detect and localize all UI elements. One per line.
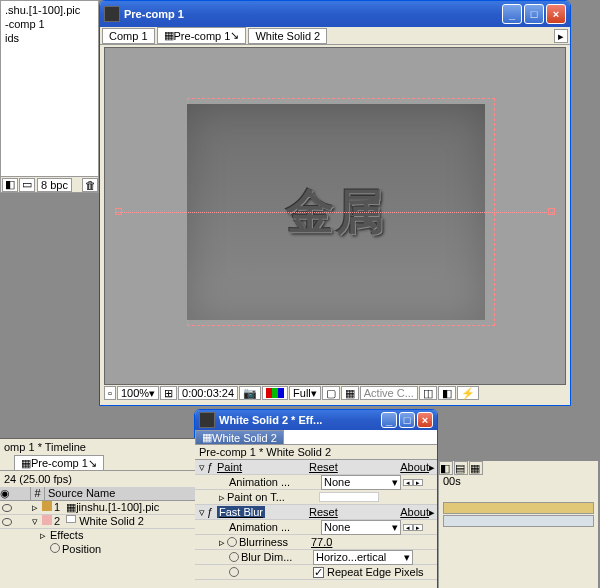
window-title: Pre-comp 1 [124,8,502,20]
expand-icon[interactable]: ▿ [30,515,40,528]
next-button[interactable]: ▸ [413,524,423,531]
expand-icon[interactable]: ▿ [197,506,207,519]
composition-viewport[interactable]: 金属 [104,47,566,385]
project-item[interactable]: -comp 1 [5,17,94,31]
fast-preview-icon[interactable]: ⚡ [457,386,479,400]
blur-dim-dropdown[interactable]: Horizo...ertical▾ [313,550,413,565]
timeline-window: omp 1 * Timeline ▦ Pre-comp 1 ↘ 24 (25.0… [0,438,195,588]
expand-icon[interactable]: ▹ [217,491,227,504]
parent-icon[interactable]: ▦ [469,461,483,475]
time-ruler[interactable]: ◧ ▤ ▦ 00s [439,461,598,501]
horizontal-guide[interactable] [115,212,555,213]
source-name-header[interactable]: Source Name [44,487,195,500]
view-icon[interactable]: ◫ [419,386,437,400]
tab-precomp-1[interactable]: ▦Pre-comp 1 ↘ [157,27,247,44]
effect-name: Paint [217,461,309,473]
stopwatch-icon[interactable] [227,537,237,547]
repeat-edge-row: ✓ Repeat Edge Pixels [195,565,437,580]
prev-button[interactable]: ◂ [403,479,413,486]
layer-number: 2 [54,515,60,528]
effects-tab-white-solid-2[interactable]: ▦ White Solid 2 [195,430,284,444]
fx-icon[interactable]: ƒ [207,506,217,518]
blurriness-row: ▹ Blurriness 77.0 [195,535,437,550]
fx-icon[interactable]: ƒ [207,461,217,473]
reset-link[interactable]: Reset [309,461,399,473]
safe-zones-icon[interactable]: ⊞ [160,386,177,400]
property-label: Position [62,543,101,557]
tab-white-solid-2[interactable]: White Solid 2 [248,28,327,44]
blur-animation-row: Animation ... None▾ ◂▸ [195,520,437,535]
layer-row-2[interactable]: ▿ 2 White Solid 2 [0,515,195,529]
about-link[interactable]: About [400,461,429,473]
trash-icon[interactable]: 🗑 [82,178,98,192]
layer-row-1[interactable]: ▹ 1 ▦ jinshu.[1-100].pic [0,501,195,515]
layer-bar-1[interactable] [443,502,594,514]
effects-sublabel[interactable]: ▹ Effects [0,529,195,543]
camera-dropdown[interactable]: Active C... [360,386,418,400]
expand-icon[interactable]: ▹ [30,501,40,514]
stopwatch-icon[interactable] [229,567,239,577]
eye-icon[interactable] [2,504,12,512]
zoom-dropdown[interactable]: 100% ▾ [117,386,159,400]
next-button[interactable]: ▸ [413,479,423,486]
layer-bar-2[interactable] [443,515,594,527]
options-icon[interactable]: ▸ [429,506,435,519]
about-link[interactable]: About [400,506,429,518]
effects-app-icon [199,412,215,428]
prev-button[interactable]: ◂ [403,524,413,531]
expand-icon[interactable]: ▹ [40,529,50,543]
pixel-aspect-icon[interactable]: ◧ [438,386,456,400]
blurriness-value[interactable]: 77.0 [311,536,401,548]
tabs-overflow-icon[interactable]: ▸ [554,29,568,43]
roi-icon[interactable]: ▢ [322,386,340,400]
tab-comp-1[interactable]: Comp 1 [102,28,155,44]
maximize-button[interactable]: □ [524,4,544,24]
expand-icon[interactable]: ▹ [217,536,227,549]
minimize-button[interactable]: _ [381,412,397,428]
solid-icon [66,515,76,523]
blur-dimensions-row: Blur Dim... Horizo...ertical▾ [195,550,437,565]
effects-titlebar[interactable]: White Solid 2 * Eff... _ □ × [195,410,437,430]
handle-right[interactable] [548,208,555,215]
timeline-tracks: ◧ ▤ ▦ 00s [438,461,598,588]
project-item[interactable]: .shu.[1-100].pic [5,3,94,17]
options-icon[interactable]: ▸ [429,461,435,474]
repeat-edge-checkbox[interactable]: ✓ [313,567,324,578]
timecode-info[interactable]: 24 (25.00 fps) [0,471,195,487]
preview-titlebar[interactable]: Pre-comp 1 _ □ × [100,1,570,27]
effect-paint[interactable]: ▿ ƒ Paint Reset About ▸ [195,460,437,475]
handle-left[interactable] [115,208,122,215]
transparency-icon[interactable]: ▦ [341,386,359,400]
expand-icon[interactable]: ▿ [197,461,207,474]
effects-window: White Solid 2 * Eff... _ □ × ▦ White Sol… [194,409,438,588]
close-button[interactable]: × [417,412,433,428]
interpret-icon[interactable]: ◧ [2,178,18,192]
paint-target[interactable] [319,492,379,502]
effect-fast-blur[interactable]: ▿ ƒ Fast Blur Reset About ▸ [195,505,437,520]
close-button[interactable]: × [546,4,566,24]
maximize-button[interactable]: □ [399,412,415,428]
folder-icon[interactable]: ▭ [19,178,35,192]
eye-icon[interactable] [2,518,12,526]
position-sublabel[interactable]: Position [0,543,195,557]
channels-icon[interactable] [262,386,288,400]
label-color[interactable] [42,515,52,525]
resolution-dropdown[interactable]: Full ▾ [289,386,321,400]
minimize-button[interactable]: _ [502,4,522,24]
animation-dropdown[interactable]: None▾ [321,520,401,535]
bpc-display[interactable]: 8 bpc [37,178,72,192]
label-color[interactable] [42,501,52,511]
effects-body: ▿ ƒ Paint Reset About ▸ Animation ... No… [195,460,437,580]
animation-dropdown[interactable]: None▾ [321,475,401,490]
modes-icon[interactable]: ▤ [454,461,468,475]
project-item[interactable]: ids [5,31,94,45]
timeline-tab-precomp-1[interactable]: ▦ Pre-comp 1 ↘ [14,455,104,470]
stopwatch-icon[interactable] [50,543,60,553]
zoom-out-icon[interactable]: ▫ [104,386,116,400]
stopwatch-icon[interactable] [229,552,239,562]
ruler-tick: 00s [443,475,461,487]
reset-link[interactable]: Reset [309,506,399,518]
switches-icon[interactable]: ◧ [439,461,453,475]
timecode-display[interactable]: 0:00:03:24 [178,386,238,400]
snapshot-icon[interactable]: 📷 [239,386,261,400]
